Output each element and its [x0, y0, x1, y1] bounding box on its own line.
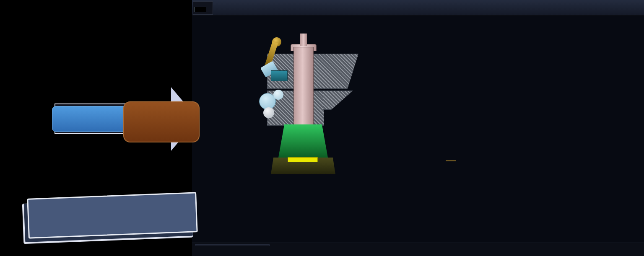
- figure-caption-box: [27, 192, 197, 238]
- er-temp-value: [195, 7, 206, 12]
- engine-platform: [288, 157, 318, 162]
- engine-stem: [300, 34, 307, 46]
- aux-equipment: [271, 70, 288, 81]
- flywheel: [263, 107, 274, 118]
- topic-label-box: [52, 106, 128, 132]
- engine-cylinder: [293, 47, 314, 126]
- engine-body: [278, 124, 328, 158]
- simulator-background: [192, 0, 644, 256]
- version-info: [195, 244, 270, 246]
- sers-simulator-screen: [0, 0, 644, 256]
- top-bar: [192, 0, 644, 16]
- topic-text-box: [123, 101, 200, 142]
- turbocharger-small: [273, 90, 283, 100]
